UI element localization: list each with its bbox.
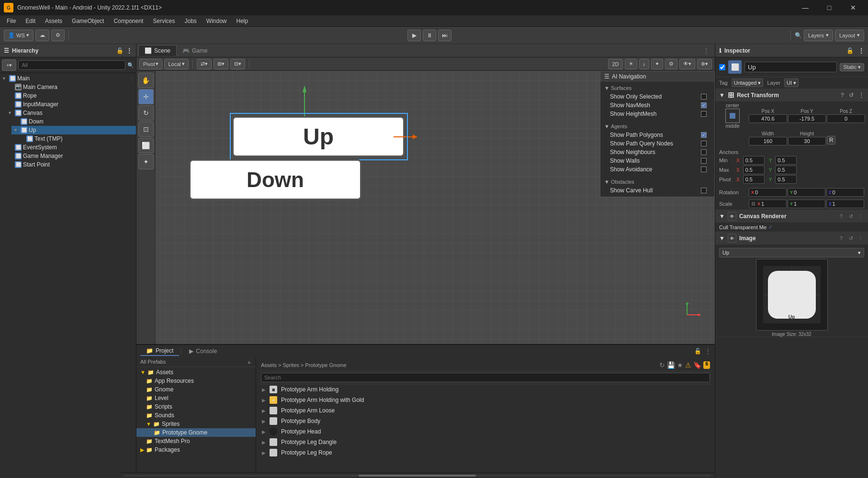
tab-console[interactable]: ▶ Console (183, 347, 223, 356)
hierarchy-search[interactable] (18, 60, 125, 70)
audio-toggle[interactable]: ♪ (639, 59, 650, 69)
carve-hull-checkbox[interactable] (701, 188, 707, 193)
workspace-button[interactable]: 👤 WS ▾ (4, 30, 34, 41)
pos-z-field[interactable]: 0 (827, 114, 865, 123)
menu-file[interactable]: File (2, 17, 21, 25)
menu-component[interactable]: Component (109, 17, 148, 25)
canvas-renderer-eye[interactable]: 👁 (728, 212, 736, 221)
fx-toggle[interactable]: ✦ (651, 59, 663, 69)
asset-item[interactable]: ▶ Prototype Arm Loose (258, 405, 713, 416)
width-field[interactable]: 160 (749, 137, 787, 145)
menu-services[interactable]: Services (148, 17, 180, 25)
neighbours-checkbox[interactable] (701, 149, 707, 155)
save-icon[interactable]: 💾 (667, 361, 675, 369)
ai-nav-carve-hull[interactable]: Show Carve Hull (600, 186, 714, 195)
ai-nav-show-heightmesh[interactable]: Show HeightMesh (600, 110, 714, 118)
ai-nav-show-navmesh[interactable]: Show NavMesh ✓ (600, 101, 714, 110)
layer-dropdown[interactable]: UI ▾ (784, 78, 799, 87)
warning-icon[interactable]: ⚠ (685, 361, 691, 369)
asset-search[interactable] (261, 373, 710, 382)
ai-nav-avoidance[interactable]: Show Avoidance (600, 165, 714, 174)
play-button[interactable]: ▶ (407, 30, 421, 41)
show-heightmesh-checkbox[interactable] (701, 111, 707, 117)
path-polygons-checkbox[interactable]: ✓ (701, 132, 707, 138)
anchor-min-y[interactable]: 0.5 (775, 156, 797, 165)
anchor-widget[interactable] (725, 109, 740, 123)
rot-x-field[interactable]: X0 (749, 188, 787, 197)
ai-nav-header[interactable]: ☰ AI Navigation (600, 71, 714, 82)
scene-settings[interactable]: ⚙ (665, 59, 677, 69)
minimize-button[interactable]: — (794, 0, 816, 15)
anchor-min-x[interactable]: 0.5 (743, 156, 765, 165)
rect-tool[interactable]: ⬜ (138, 138, 154, 153)
cr-help-icon[interactable]: ? (837, 212, 845, 220)
menu-help[interactable]: Help (232, 17, 253, 25)
height-field[interactable]: 30 (788, 137, 826, 145)
asset-item[interactable]: ▶ Prototype Body (258, 416, 713, 426)
snap-tool[interactable]: ⊞▾ (214, 59, 228, 69)
tree-item-canvas[interactable]: ▼ ⬜ Canvas (6, 109, 136, 117)
step-button[interactable]: ⏭ (438, 30, 451, 41)
anchor-max-y[interactable]: 0.5 (775, 166, 797, 174)
layout-dropdown[interactable]: Layout ▾ (835, 30, 864, 41)
proj-item-appresources[interactable]: 📁 App Resources (136, 377, 256, 385)
tag-dropdown[interactable]: Untagged ▾ (732, 78, 764, 87)
inspector-lock-icon[interactable]: 🔓 (846, 47, 854, 54)
hierarchy-lock-icon[interactable]: 🔓 (116, 47, 124, 54)
hand-tool[interactable]: ✋ (138, 73, 154, 88)
rotate-tool[interactable]: ↻ (138, 105, 154, 121)
tab-scene[interactable]: ⬜ Scene (138, 45, 177, 56)
canvas-renderer-header[interactable]: ▼ 👁 Canvas Renderer ? ↺ ⋮ (715, 210, 868, 222)
ai-nav-walls[interactable]: Show Walls (600, 156, 714, 165)
pivot-x[interactable]: 0.5 (743, 175, 765, 184)
show-navmesh-checkbox[interactable]: ✓ (701, 102, 707, 108)
avoidance-checkbox[interactable] (701, 167, 707, 172)
img-revert-icon[interactable]: ↺ (847, 234, 855, 242)
anchor-max-x[interactable]: 0.5 (743, 166, 765, 174)
image-header[interactable]: ▼ 👁 Image ? ↺ ⋮ (715, 232, 868, 245)
show-only-selected-checkbox[interactable] (701, 94, 707, 100)
bottom-menu-icon[interactable]: ⋮ (705, 348, 711, 355)
scale-z-field[interactable]: Z1 (826, 200, 864, 208)
layers-dropdown[interactable]: Layers ▾ (804, 30, 833, 41)
refresh-icon[interactable]: ↻ (659, 361, 665, 369)
proj-item-scripts[interactable]: 📁 Scripts (136, 402, 256, 411)
image-eye[interactable]: 👁 (728, 234, 736, 243)
tree-item-up[interactable]: ▼ ⬜ Up (11, 126, 136, 134)
tree-menu-icon[interactable]: ⋮ (129, 76, 134, 81)
tab-project[interactable]: 📁 Project (140, 346, 179, 356)
menu-jobs[interactable]: Jobs (180, 17, 201, 25)
star-icon[interactable]: ★ (677, 361, 683, 369)
menu-edit[interactable]: Edit (21, 17, 40, 25)
scale-y-field[interactable]: Y1 (788, 200, 825, 208)
asset-item[interactable]: ▶ Prototype Head (258, 426, 713, 437)
img-help-icon[interactable]: ? (837, 234, 845, 242)
tree-item-text[interactable]: ⬜ Text (TMP) (17, 134, 136, 143)
transform-tool[interactable]: ✦ (138, 154, 154, 169)
menu-assets[interactable]: Assets (40, 17, 67, 25)
rect-transform-header[interactable]: ▼ ⊞ Rect Transform ? ↺ ⋮ (715, 89, 868, 101)
proj-item-level[interactable]: 📁 Level (136, 394, 256, 402)
pos-y-field[interactable]: -179.5 (788, 114, 826, 123)
object-name-input[interactable] (744, 62, 837, 72)
light-toggle[interactable]: ☀ (625, 59, 637, 69)
tree-item-gamemanager[interactable]: ⬜ Game Manager (6, 152, 136, 160)
asset-item[interactable]: ▶ Prototype Leg Rope (258, 447, 713, 458)
ai-nav-surfaces-header[interactable]: ▼ Surfaces (600, 84, 714, 92)
tab-game[interactable]: 🎮 Game (177, 45, 214, 56)
scale-tool[interactable]: ⊡ (138, 122, 154, 137)
tree-item-startpoint[interactable]: ⬜ Start Point (6, 160, 136, 169)
tree-item-eventsystem[interactable]: ⬜ EventSystem (6, 143, 136, 152)
gizmo-toggle[interactable]: 👁▾ (679, 59, 695, 69)
tree-item-rope[interactable]: ⬜ Rope (6, 91, 136, 100)
rt-revert-icon[interactable]: ↺ (849, 92, 854, 99)
proj-item-packages[interactable]: ▶ 📁 Packages (136, 445, 256, 454)
maximize-button[interactable]: □ (818, 0, 840, 15)
menu-gameobject[interactable]: GameObject (67, 17, 109, 25)
scale-x-field[interactable]: ⛓ X 1 (749, 200, 787, 208)
rt-menu-icon[interactable]: ⋮ (858, 92, 864, 99)
ai-nav-path-polygons[interactable]: Show Path Polygons ✓ (600, 131, 714, 139)
tree-item-down[interactable]: ⬜ Down (11, 117, 136, 126)
asset-item[interactable]: ▶ ● Prototype Arm Holding with Gold (258, 395, 713, 405)
inspector-menu-icon[interactable]: ⋮ (858, 47, 864, 54)
